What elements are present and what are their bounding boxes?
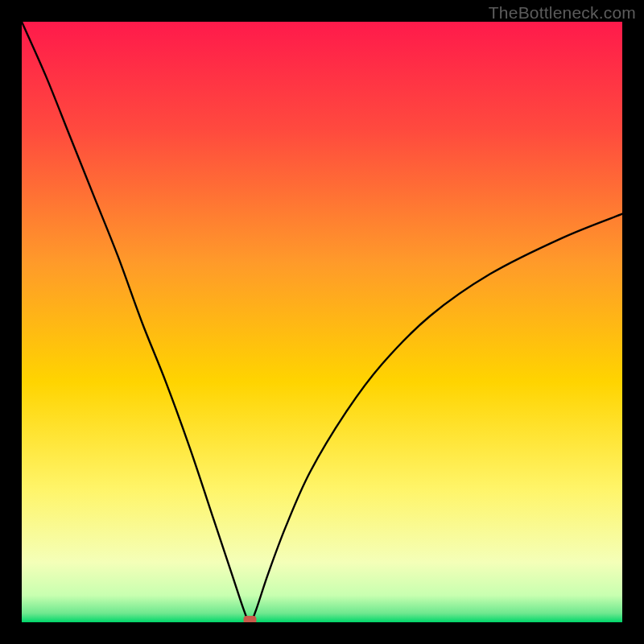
watermark-text: TheBottleneck.com (489, 3, 636, 23)
gradient-background (22, 22, 622, 622)
chart-frame (22, 22, 622, 622)
optimal-marker (243, 616, 256, 622)
bottleneck-chart (22, 22, 622, 622)
